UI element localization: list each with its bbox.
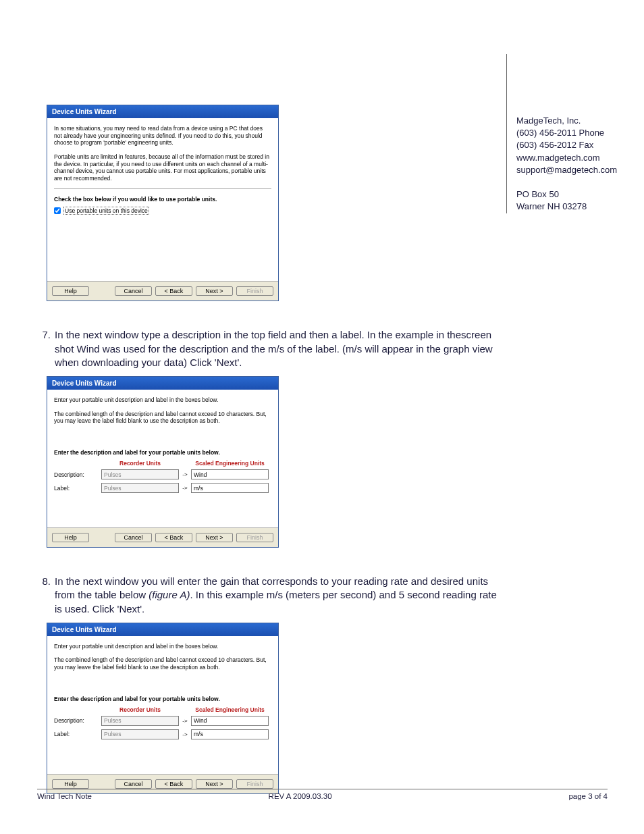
back-button[interactable]: < Back: [155, 779, 192, 789]
col-scaled: Scaled Engineering Units: [191, 460, 269, 467]
recorder-description-input: [101, 716, 179, 726]
wizard-footer: Help Cancel < Back Next > Finish: [47, 281, 278, 301]
wizard-body: Enter your portable unit description and…: [47, 636, 278, 774]
scaled-label-input[interactable]: [191, 483, 269, 493]
document-footer: Wind Tech Note REV A 2009.03.30 page 3 o…: [37, 789, 608, 800]
label-label: Label:: [54, 485, 101, 492]
wizard-text: Portable units are limited in features, …: [54, 153, 271, 182]
wizard-body: Enter your portable unit description and…: [47, 390, 278, 527]
help-button[interactable]: Help: [52, 779, 89, 789]
company-phone: (603) 456-2011 Phone: [516, 127, 628, 139]
company-name: MadgeTech, Inc.: [516, 115, 628, 127]
description-label: Description:: [54, 471, 101, 478]
scaled-description-input[interactable]: [191, 469, 269, 479]
wizard-title: Device Units Wizard: [47, 623, 278, 636]
next-button[interactable]: Next >: [196, 779, 233, 789]
wizard-footer: Help Cancel < Back Next > Finish: [47, 527, 278, 547]
wizard-title: Device Units Wizard: [47, 105, 278, 118]
step-8: 8. In the next window you will enter the…: [37, 575, 503, 616]
step-text: In the next window type a description in…: [55, 328, 503, 369]
portable-units-label[interactable]: Use portable units on this device: [63, 207, 149, 215]
col-recorder: Recorder Units: [101, 706, 179, 713]
recorder-label-input: [101, 483, 179, 493]
cancel-button[interactable]: Cancel: [115, 533, 152, 542]
cancel-button[interactable]: Cancel: [115, 779, 152, 789]
step-7: 7. In the next window type a description…: [37, 328, 503, 369]
finish-button: Finish: [236, 533, 273, 542]
cancel-button[interactable]: Cancel: [115, 286, 152, 296]
help-button[interactable]: Help: [52, 286, 89, 296]
help-button[interactable]: Help: [52, 533, 89, 542]
wizard-1: Device Units Wizard In some situations, …: [47, 105, 279, 301]
wizard-text: The combined length of the description a…: [54, 411, 271, 425]
back-button[interactable]: < Back: [155, 286, 192, 296]
wizard-text: Enter your portable unit description and…: [54, 396, 271, 404]
footer-left: Wind Tech Note: [37, 792, 92, 800]
step-number: 7.: [37, 328, 55, 369]
description-row: Description: ->: [54, 716, 271, 726]
company-sidebar: MadgeTech, Inc. (603) 456-2011 Phone (60…: [506, 54, 628, 213]
wizard-prompt: Enter the description and label for your…: [54, 449, 271, 456]
footer-revision: REV A 2009.03.30: [269, 792, 332, 800]
wizard-2: Device Units Wizard Enter your portable …: [47, 376, 279, 548]
wizard-body: In some situations, you may need to read…: [47, 118, 278, 281]
finish-button: Finish: [236, 286, 273, 296]
arrow-icon: ->: [179, 718, 191, 724]
description-label: Description:: [54, 717, 101, 724]
recorder-label-input: [101, 729, 179, 739]
divider: [54, 188, 271, 189]
step-number: 8.: [37, 575, 55, 616]
scaled-description-input[interactable]: [191, 716, 269, 726]
label-row: Label: ->: [54, 729, 271, 739]
finish-button: Finish: [236, 779, 273, 789]
portable-units-checkbox[interactable]: [54, 207, 61, 214]
company-addr2: Warner NH 03278: [516, 201, 628, 213]
label-row: Label: ->: [54, 483, 271, 493]
scaled-label-input[interactable]: [191, 729, 269, 739]
company-fax: (603) 456-2012 Fax: [516, 139, 628, 151]
wizard-text: In some situations, you may need to read…: [54, 125, 271, 147]
column-headers: Recorder Units Scaled Engineering Units: [54, 460, 271, 467]
back-button[interactable]: < Back: [155, 533, 192, 542]
label-label: Label:: [54, 731, 101, 737]
wizard-text: Enter your portable unit description and…: [54, 643, 271, 650]
wizard-3: Device Units Wizard Enter your portable …: [47, 623, 279, 794]
next-button[interactable]: Next >: [196, 286, 233, 296]
figure-ref: (figure A): [149, 589, 190, 600]
company-email: support@madgetech.com: [516, 164, 628, 176]
column-headers: Recorder Units Scaled Engineering Units: [54, 706, 271, 713]
footer-page: page 3 of 4: [568, 792, 608, 800]
arrow-icon: ->: [179, 471, 191, 477]
wizard-prompt: Check the box below if you would like to…: [54, 196, 271, 203]
wizard-text: The combined length of the description a…: [54, 656, 271, 671]
step-text: In the next window you will enter the ga…: [55, 575, 503, 616]
wizard-title: Device Units Wizard: [47, 377, 278, 390]
recorder-description-input: [101, 469, 179, 479]
wizard-prompt: Enter the description and label for your…: [54, 696, 271, 702]
arrow-icon: ->: [179, 485, 191, 491]
next-button[interactable]: Next >: [196, 533, 233, 542]
description-row: Description: ->: [54, 469, 271, 479]
main-content: Device Units Wizard In some situations, …: [37, 105, 503, 794]
company-web: www.madgetech.com: [516, 152, 628, 164]
col-scaled: Scaled Engineering Units: [191, 706, 269, 713]
arrow-icon: ->: [179, 731, 191, 737]
col-recorder: Recorder Units: [101, 460, 179, 467]
company-addr1: PO Box 50: [516, 188, 628, 201]
